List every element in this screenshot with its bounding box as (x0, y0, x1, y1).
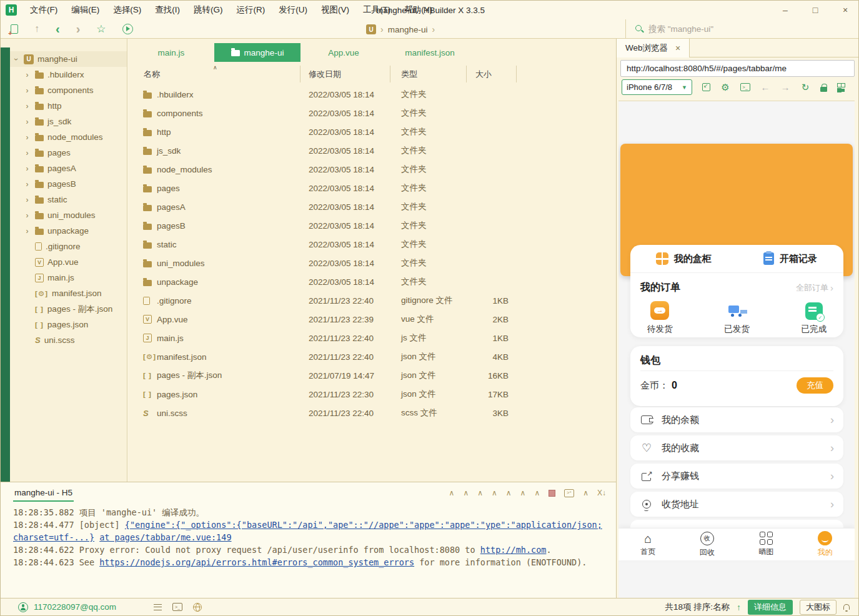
file-row[interactable]: static2022/03/05 18:14文件夹 (128, 235, 616, 254)
new-terminal-icon[interactable]: >⁺ (564, 489, 574, 497)
app-tab-item[interactable]: ⌂首页 (618, 529, 678, 560)
menu-item[interactable]: 编辑(E) (64, 2, 106, 18)
chevron-right-icon[interactable]: › (23, 196, 31, 204)
app-tab-item[interactable]: 收回收 (678, 529, 737, 560)
file-row[interactable]: [ ]pages - 副本.json2021/07/19 14:47json 文… (128, 366, 616, 385)
editor-tab[interactable]: manghe-ui (214, 43, 300, 62)
recharge-button[interactable]: 充值 (797, 377, 833, 394)
order-status[interactable]: 已发货 (724, 301, 750, 335)
all-orders-link[interactable]: 全部订单 › (796, 282, 833, 294)
collapse-icon[interactable]: ∧ (583, 489, 588, 497)
column-header[interactable]: 类型 (401, 69, 417, 80)
app-tab-item[interactable]: 晒图 (737, 529, 796, 560)
tree-item[interactable]: [ ]pages.json (10, 317, 127, 332)
forward-icon[interactable]: › (76, 22, 81, 35)
editor-tab[interactable]: App.vue (300, 43, 387, 62)
file-row[interactable]: [ ]pages.json2021/11/23 22:30json 文件17KB (128, 385, 616, 404)
collapse-icon[interactable]: ∧ (449, 489, 455, 497)
column-header[interactable]: 名称 (144, 69, 160, 80)
clear-log-icon[interactable]: X↓ (597, 489, 606, 497)
console-tab[interactable]: manghe-ui - H5 (13, 488, 74, 502)
tree-item[interactable]: ›http (10, 98, 127, 114)
menu-item[interactable]: 文件(F) (23, 2, 64, 18)
search-input[interactable] (648, 24, 823, 34)
chevron-down-icon[interactable]: › (12, 55, 21, 63)
chevron-right-icon[interactable]: › (23, 180, 31, 189)
back-icon[interactable]: ‹ (56, 22, 60, 35)
chevron-right-icon[interactable]: › (23, 211, 31, 220)
profile-menu-item[interactable]: 我的余额› (630, 407, 843, 432)
chevron-right-icon[interactable]: › (23, 133, 31, 142)
profile-menu-item[interactable]: 收货地址› (630, 492, 843, 517)
tree-item[interactable]: ›components (10, 82, 127, 98)
refresh-icon[interactable]: ↻ (800, 82, 810, 93)
file-row[interactable]: pagesB2022/03/05 18:14文件夹 (128, 216, 616, 235)
file-row[interactable]: Suni.scss2021/11/23 22:40scss 文件3KB (128, 404, 616, 422)
tree-item[interactable]: [⚙]manifest.json (10, 286, 127, 301)
file-row[interactable]: js_sdk2022/03/05 18:14文件夹 (128, 141, 616, 160)
chevron-right-icon[interactable]: › (23, 117, 31, 126)
file-row[interactable]: [⚙]manifest.json2021/11/23 22:40json 文件4… (128, 347, 616, 366)
collapse-icon[interactable]: ∧ (506, 489, 512, 497)
browser-tab[interactable]: Web浏览器 × (617, 39, 690, 57)
stop-icon[interactable] (549, 490, 555, 497)
console-icon[interactable]: >_ (740, 83, 750, 91)
detail-view-button[interactable]: 详细信息 (748, 600, 793, 615)
close-button[interactable]: × (841, 5, 850, 15)
tree-item[interactable]: ›uni_modules (10, 207, 127, 223)
tree-item[interactable]: ›pagesB (10, 176, 127, 192)
sort-asc-arrow-icon[interactable]: ↑ (737, 602, 741, 612)
profile-menu-item[interactable]: 分享赚钱› (630, 464, 843, 489)
tree-item[interactable]: Suni.scss (10, 332, 127, 348)
menu-item[interactable]: 选择(S) (106, 2, 148, 18)
run-icon[interactable] (122, 24, 133, 34)
favorite-star-icon[interactable]: ☆ (96, 22, 106, 36)
collapse-icon[interactable]: ∧ (463, 489, 469, 497)
order-status[interactable]: 已完成 (802, 301, 827, 335)
tree-item[interactable]: Jmain.js (10, 270, 127, 286)
chevron-right-icon[interactable]: › (23, 102, 31, 111)
chevron-right-icon[interactable]: › (23, 86, 31, 95)
file-row[interactable]: components2022/03/05 18:14文件夹 (128, 104, 616, 122)
nav-back-icon[interactable]: ← (760, 82, 770, 92)
tree-item[interactable]: ›.hbuilderx (10, 67, 127, 82)
file-row[interactable]: VApp.vue2021/11/23 22:39vue 文件2KB (128, 310, 616, 329)
file-row[interactable]: Jmain.js2021/11/23 22:40js 文件1KB (128, 329, 616, 347)
user-avatar-icon[interactable] (18, 602, 28, 612)
menu-item[interactable]: 查找(I) (148, 2, 187, 18)
collapse-icon[interactable]: ∧ (492, 489, 497, 497)
collapse-icon[interactable]: ∧ (477, 489, 483, 497)
menu-item[interactable]: 发行(U) (272, 2, 314, 18)
notification-bell-icon[interactable] (843, 604, 850, 610)
settings-gear-icon[interactable]: ⚙ (720, 82, 730, 93)
tree-item[interactable]: ›static (10, 192, 127, 207)
log-link[interactable]: at pages/tabbar/me.vue:149 (99, 532, 231, 542)
tree-item[interactable]: ›unpackage (10, 223, 127, 239)
editor-tab[interactable]: manifest.json (387, 43, 473, 62)
chevron-right-icon[interactable]: › (23, 71, 31, 79)
tree-item[interactable]: ›pages (10, 145, 127, 161)
order-status[interactable]: 待发货 (647, 301, 673, 335)
chevron-right-icon[interactable]: › (23, 227, 31, 236)
close-icon[interactable]: × (675, 43, 680, 53)
tree-item[interactable]: .gitignore (10, 239, 127, 254)
globe-icon[interactable] (193, 603, 202, 612)
file-row[interactable]: pages2022/03/05 18:14文件夹 (128, 179, 616, 197)
column-header[interactable]: 大小 (475, 69, 492, 80)
profile-menu-item[interactable]: ♡我的收藏› (630, 435, 843, 460)
tree-item[interactable]: ›node_modules (10, 129, 127, 145)
menu-item[interactable]: 视图(V) (314, 2, 356, 18)
device-select[interactable]: iPhone 6/7/8 ▼ (622, 79, 692, 95)
breadcrumb-project[interactable]: manghe-ui (388, 25, 428, 34)
lock-icon[interactable] (820, 87, 827, 92)
qrcode-icon[interactable] (837, 83, 845, 91)
sort-asc-icon[interactable]: ∧ (213, 64, 217, 71)
tree-item[interactable]: ›pagesA (10, 161, 127, 176)
large-icon-view-button[interactable]: 大图标 (800, 600, 837, 615)
tree-item[interactable]: VApp.vue (10, 254, 127, 270)
minimize-button[interactable]: – (781, 5, 790, 15)
menu-item[interactable]: 跳转(G) (187, 2, 230, 18)
tree-item[interactable]: ›js_sdk (10, 114, 127, 129)
log-link[interactable]: https://nodejs.org/api/errors.html#error… (99, 557, 414, 567)
file-row[interactable]: unpackage2022/03/05 18:14文件夹 (128, 272, 616, 291)
